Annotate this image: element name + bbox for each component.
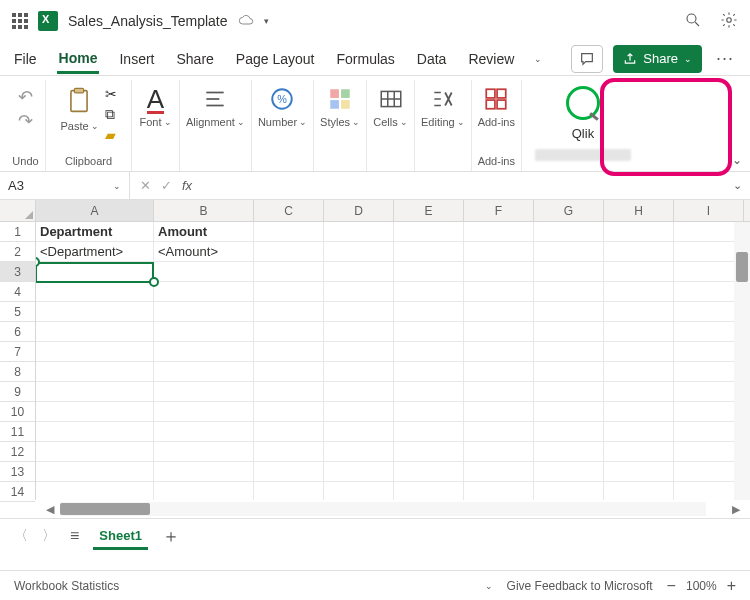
col-header[interactable]: G <box>534 200 604 221</box>
col-header[interactable]: E <box>394 200 464 221</box>
select-all-corner[interactable] <box>0 200 35 222</box>
cell[interactable] <box>324 362 394 382</box>
cell[interactable] <box>604 262 674 282</box>
cell[interactable] <box>534 262 604 282</box>
cell[interactable] <box>154 462 254 482</box>
cells-icon[interactable] <box>377 86 405 112</box>
horizontal-scrollbar[interactable] <box>60 502 706 516</box>
qlik-addin-button[interactable]: Qlik <box>528 82 638 161</box>
fx-icon[interactable]: fx <box>182 178 192 193</box>
cell[interactable] <box>324 462 394 482</box>
cell-b1[interactable]: Amount <box>154 222 254 242</box>
cell[interactable] <box>464 382 534 402</box>
cell[interactable] <box>254 382 324 402</box>
cell[interactable] <box>154 422 254 442</box>
cell[interactable] <box>324 242 394 262</box>
cell[interactable] <box>464 322 534 342</box>
cell[interactable] <box>394 242 464 262</box>
cell[interactable] <box>394 302 464 322</box>
cell[interactable] <box>36 262 154 282</box>
search-icon[interactable] <box>684 11 702 32</box>
formula-bar[interactable] <box>202 172 725 199</box>
vertical-scrollbar[interactable] <box>734 222 750 500</box>
col-header[interactable]: C <box>254 200 324 221</box>
cell[interactable] <box>604 362 674 382</box>
cell[interactable] <box>464 262 534 282</box>
cell[interactable] <box>154 282 254 302</box>
cell[interactable] <box>604 342 674 362</box>
hscroll-left-icon[interactable]: ◀ <box>46 503 54 516</box>
sheet-nav-next-icon[interactable]: 〉 <box>42 527 56 545</box>
cell[interactable] <box>324 282 394 302</box>
cell[interactable] <box>254 362 324 382</box>
cell[interactable] <box>154 442 254 462</box>
cell[interactable] <box>394 382 464 402</box>
cell[interactable] <box>604 302 674 322</box>
cell[interactable] <box>324 422 394 442</box>
cell[interactable] <box>534 342 604 362</box>
row-header[interactable]: 10 <box>0 402 35 422</box>
cell[interactable] <box>154 382 254 402</box>
format-painter-icon[interactable]: ▰ <box>105 127 117 143</box>
settings-gear-icon[interactable] <box>720 11 738 32</box>
cell[interactable] <box>534 482 604 500</box>
cell[interactable] <box>604 222 674 242</box>
cell[interactable] <box>36 462 154 482</box>
cell[interactable] <box>394 262 464 282</box>
cell[interactable] <box>464 482 534 500</box>
cell[interactable] <box>604 282 674 302</box>
col-header[interactable]: B <box>154 200 254 221</box>
cell[interactable] <box>464 222 534 242</box>
cell[interactable] <box>324 442 394 462</box>
paste-icon[interactable] <box>65 86 93 116</box>
cell[interactable] <box>464 302 534 322</box>
cell[interactable] <box>36 302 154 322</box>
undo-icon[interactable]: ↶ <box>18 86 33 108</box>
workbook-statistics[interactable]: Workbook Statistics <box>14 579 119 593</box>
cell[interactable] <box>254 282 324 302</box>
cell[interactable] <box>394 422 464 442</box>
cell[interactable] <box>604 382 674 402</box>
selection-handle[interactable] <box>149 277 159 287</box>
row-header[interactable]: 12 <box>0 442 35 462</box>
cell[interactable] <box>464 342 534 362</box>
cell[interactable] <box>154 322 254 342</box>
status-dropdown-icon[interactable]: ⌄ <box>485 581 493 591</box>
cell[interactable] <box>324 382 394 402</box>
cell[interactable] <box>324 402 394 422</box>
cell[interactable] <box>394 402 464 422</box>
cell[interactable] <box>394 362 464 382</box>
cell[interactable] <box>394 482 464 500</box>
redo-icon[interactable]: ↷ <box>18 110 33 132</box>
cell[interactable] <box>154 482 254 500</box>
cell[interactable] <box>36 442 154 462</box>
cell[interactable] <box>154 342 254 362</box>
row-header[interactable]: 4 <box>0 282 35 302</box>
cell[interactable] <box>534 402 604 422</box>
cell[interactable] <box>254 242 324 262</box>
row-header[interactable]: 14 <box>0 482 35 502</box>
tab-share[interactable]: Share <box>174 45 215 73</box>
cell[interactable] <box>254 302 324 322</box>
col-header[interactable]: I <box>674 200 744 221</box>
row-header[interactable]: 1 <box>0 222 35 242</box>
cell[interactable] <box>604 322 674 342</box>
cell[interactable] <box>604 422 674 442</box>
add-sheet-button[interactable]: ＋ <box>162 524 180 548</box>
cell[interactable] <box>394 282 464 302</box>
cell[interactable] <box>36 482 154 500</box>
cell[interactable] <box>324 302 394 322</box>
cell[interactable] <box>464 402 534 422</box>
cell[interactable] <box>464 422 534 442</box>
cell[interactable] <box>254 402 324 422</box>
cell[interactable] <box>394 322 464 342</box>
more-options-button[interactable]: ··· <box>712 48 738 69</box>
cell[interactable] <box>534 442 604 462</box>
row-header[interactable]: 8 <box>0 362 35 382</box>
styles-icon[interactable] <box>326 86 354 112</box>
row-header[interactable]: 5 <box>0 302 35 322</box>
cell[interactable] <box>254 342 324 362</box>
row-header[interactable]: 13 <box>0 462 35 482</box>
cell-a1[interactable]: Department <box>36 222 154 242</box>
cell[interactable] <box>464 442 534 462</box>
